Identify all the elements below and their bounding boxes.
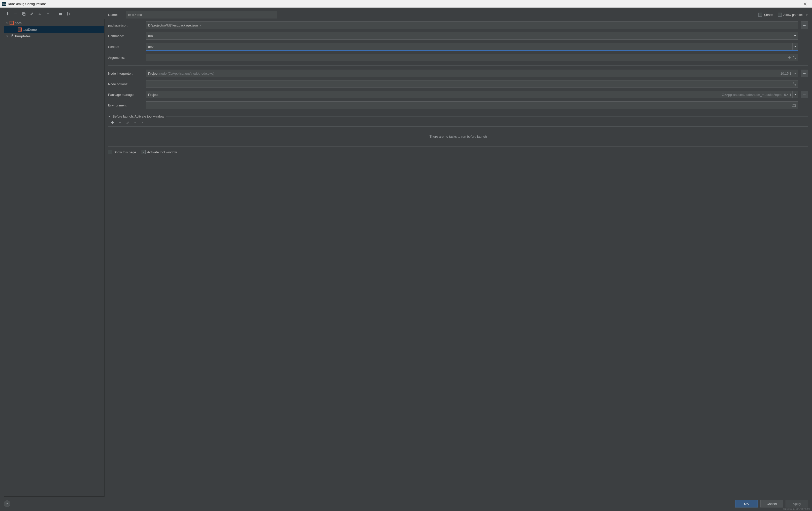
before-launch-toolbar	[108, 118, 808, 126]
dropdown-caret-icon[interactable]	[792, 70, 798, 77]
ok-button[interactable]: OK	[735, 500, 758, 508]
help-button[interactable]: ?	[4, 501, 10, 507]
environment-input[interactable]	[148, 103, 792, 107]
svg-text:z: z	[69, 14, 70, 16]
environment-label: Environment:	[108, 103, 143, 107]
node-options-label: Node options:	[108, 82, 143, 86]
tree-node-npm[interactable]: npm	[4, 20, 104, 26]
expand-icon[interactable]	[793, 56, 796, 59]
config-toolbar: az	[4, 10, 105, 19]
show-this-page-checkbox[interactable]: Show this page	[108, 150, 136, 154]
browse-package-json-button[interactable]: ⋯	[801, 22, 808, 29]
arguments-field[interactable]	[146, 54, 798, 61]
svg-text:WS: WS	[2, 3, 6, 5]
no-tasks-label: There are no tasks to run before launch	[430, 135, 487, 138]
node-interpreter-prefix: Project	[148, 72, 158, 75]
svg-text:a: a	[69, 12, 70, 14]
move-down-button[interactable]	[45, 11, 51, 17]
package-json-label: package.json:	[108, 23, 143, 27]
show-this-page-label: Show this page	[114, 150, 136, 154]
divider	[166, 116, 808, 116]
task-up-button[interactable]	[133, 120, 137, 125]
checkbox-icon	[108, 150, 112, 154]
chevron-right-icon	[5, 34, 8, 37]
titlebar: WS Run/Debug Configurations	[0, 0, 812, 8]
folder-button[interactable]	[58, 11, 63, 17]
share-checkbox[interactable]: Share	[758, 12, 773, 17]
allow-parallel-checkbox[interactable]: Allow parallel run	[778, 12, 808, 17]
dropdown-caret-icon[interactable]	[198, 22, 203, 29]
expand-icon[interactable]	[793, 82, 796, 85]
node-interpreter-ghost: node (C:\Applications\node\node.exe)	[159, 72, 214, 75]
package-manager-field[interactable]: Project C:\Applications\node\node_module…	[146, 91, 798, 98]
folder-icon[interactable]	[792, 104, 796, 107]
package-json-value: D:\projects\VUE\test\package.json	[148, 23, 198, 27]
package-manager-ghost: C:\Applications\node\node_modules\npm	[722, 93, 782, 97]
chevron-down-icon	[5, 22, 8, 24]
activate-tool-window-label: Activate tool window	[147, 150, 177, 154]
edit-task-button[interactable]	[125, 120, 130, 125]
command-label: Command:	[108, 34, 143, 38]
browse-node-interpreter-button[interactable]: ⋯	[801, 70, 808, 77]
name-input[interactable]	[128, 13, 274, 17]
copy-config-button[interactable]	[21, 11, 26, 17]
scripts-value: dev	[148, 45, 153, 49]
scripts-field[interactable]: dev	[146, 43, 798, 51]
package-manager-label: Package manager:	[108, 93, 143, 97]
task-down-button[interactable]	[140, 120, 145, 125]
cancel-button[interactable]: Cancel	[760, 500, 783, 508]
dialog-footer: ? OK Cancel Apply https://blog.csdn.net/…	[0, 496, 812, 511]
checkbox-checked-icon	[142, 150, 146, 154]
arguments-label: Arguments:	[108, 56, 143, 59]
package-manager-version: 6.4.1	[784, 93, 792, 97]
before-launch-tasks-panel: There are no tasks to run before launch	[108, 126, 808, 146]
environment-field[interactable]	[146, 101, 798, 109]
command-field[interactable]: run	[146, 32, 798, 39]
node-interpreter-version: 10.15.1	[781, 72, 792, 75]
npm-icon	[18, 27, 22, 31]
tree-node-label: Templates	[14, 34, 30, 38]
window-title: Run/Debug Configurations	[8, 2, 800, 6]
before-launch-title: Before launch: Activate tool window	[113, 114, 164, 118]
webstorm-icon: WS	[2, 2, 6, 6]
node-interpreter-field[interactable]: Project node (C:\Applications\node\node.…	[146, 70, 798, 77]
dropdown-caret-icon[interactable]	[792, 91, 798, 98]
add-config-button[interactable]	[5, 11, 10, 17]
browse-package-manager-button[interactable]: ⋯	[801, 91, 808, 98]
tree-node-templates[interactable]: Templates	[4, 33, 104, 39]
node-options-field[interactable]	[146, 80, 798, 88]
apply-button[interactable]: Apply	[786, 500, 808, 508]
remove-config-button[interactable]	[13, 11, 19, 17]
name-label: Name:	[108, 13, 123, 17]
dropdown-caret-icon[interactable]	[792, 43, 798, 50]
plus-icon[interactable]	[788, 56, 791, 59]
edit-defaults-button[interactable]	[29, 11, 34, 17]
wrench-icon	[9, 34, 13, 38]
before-launch-header[interactable]: Before launch: Activate tool window	[108, 114, 808, 118]
config-tree[interactable]: npm testDemo Templates	[4, 19, 105, 496]
command-value: run	[148, 34, 153, 38]
npm-icon	[9, 21, 13, 25]
sort-button[interactable]: az	[66, 11, 71, 17]
remove-task-button[interactable]	[118, 120, 122, 125]
dropdown-caret-icon[interactable]	[792, 32, 798, 39]
tree-node-label: testDemo	[23, 28, 37, 31]
package-json-field[interactable]: D:\projects\VUE\test\package.json	[146, 22, 798, 29]
move-up-button[interactable]	[37, 11, 42, 17]
scripts-label: Scripts:	[108, 45, 143, 49]
window-close-button[interactable]	[800, 0, 810, 7]
node-options-input[interactable]	[148, 82, 793, 86]
node-interpreter-label: Node interpreter:	[108, 72, 143, 75]
arguments-input[interactable]	[148, 56, 788, 59]
package-manager-prefix: Project	[148, 93, 158, 97]
tree-node-testdemo[interactable]: testDemo	[4, 26, 104, 33]
chevron-down-icon	[108, 115, 111, 118]
checkbox-icon	[778, 12, 782, 17]
name-field[interactable]	[126, 11, 277, 19]
activate-tool-window-checkbox[interactable]: Activate tool window	[142, 150, 177, 154]
tree-node-label: npm	[14, 21, 22, 25]
checkbox-icon	[758, 12, 762, 17]
add-task-button[interactable]	[110, 120, 115, 125]
svg-rect-4	[23, 14, 25, 16]
watermark: https://blog.csdn.net/AXIMI	[783, 508, 810, 510]
